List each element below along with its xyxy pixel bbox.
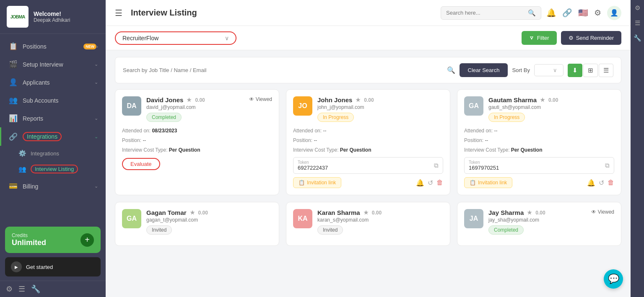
grid-view-button[interactable]: ⊞: [583, 64, 598, 77]
search-row: 🔍 Clear Search Sort By ∨ ⬇ ⊞ ☰: [115, 57, 621, 83]
welcome-label: Welcome!: [34, 10, 70, 17]
settings-icon[interactable]: ⚙: [594, 8, 601, 18]
avatar-initials: JA: [470, 215, 478, 222]
sidebar-item-reports[interactable]: 📊 Reports ⌄: [0, 109, 106, 127]
integrations-highlight: Integrations: [23, 132, 62, 141]
welcome-block: Welcome! Deepak Adhikari: [34, 10, 70, 23]
card-name: David Jones ★ 0.00: [146, 96, 244, 103]
settings-bottom-icon[interactable]: ⚙: [6, 284, 13, 294]
avatar-initials: GA: [127, 215, 137, 222]
invitation-link-button[interactable]: 📋 Invitation link: [464, 177, 512, 188]
sub-accounts-icon: 👥: [9, 96, 18, 105]
card-info: Gagan Tomar ★ 0.00 gagan_t@yopmail.com I…: [146, 209, 272, 235]
recruiter-dropdown[interactable]: RecruiterFlow ∨: [115, 31, 236, 45]
card-email: gagan_t@yopmail.com: [146, 217, 272, 223]
delete-icon[interactable]: 🗑: [608, 179, 614, 187]
action-icons: 🔔 ↺ 🗑: [416, 179, 443, 187]
cost-type-value: Per Question: [511, 147, 543, 153]
sidebar-sub-item-interview-listing[interactable]: 👥 Interview Listing: [0, 161, 106, 177]
chevron-down-icon: ⌄: [94, 116, 98, 121]
search-icon: 🔍: [528, 9, 536, 17]
bell-icon[interactable]: 🔔: [416, 179, 424, 187]
card-actions: 📋 Invitation link 🔔 ↺ 🗑: [293, 177, 443, 188]
avatar[interactable]: 👤: [607, 6, 621, 20]
card-gautam-sharma: GA Gautam Sharma ★ 0.00 gauti_sh@yopmail…: [457, 89, 621, 195]
filter-button[interactable]: ⛛ Filter: [522, 31, 557, 45]
sidebar-item-applicants[interactable]: 👤 Applicants ⌄: [0, 73, 106, 91]
sidebar-item-integrations[interactable]: 🔗 Integrations ⌄: [0, 127, 106, 146]
view-icons: ⬇ ⊞ ☰: [568, 64, 613, 77]
card-karan-sharma: KA Karan Sharma ★ 0.00 karan_s@yopmail.c…: [286, 202, 450, 246]
clear-search-button[interactable]: Clear Search: [460, 63, 508, 77]
chat-bubble[interactable]: 💬: [604, 269, 623, 289]
listing-search-icon[interactable]: 🔍: [447, 66, 455, 74]
list-bottom-icon[interactable]: ☰: [18, 284, 25, 294]
link-icon[interactable]: 🔗: [562, 8, 572, 18]
sort-dropdown[interactable]: ∨: [534, 64, 564, 76]
credits-plus-button[interactable]: +: [80, 233, 94, 247]
position-label: Position:: [464, 137, 483, 143]
card-email: gauti_sh@yopmail.com: [488, 104, 614, 110]
refresh-icon[interactable]: ↺: [599, 179, 604, 187]
listing-search-input[interactable]: [123, 67, 443, 73]
sidebar-sub-item-label: Integrations: [31, 150, 59, 157]
notification-icon[interactable]: 🔔: [546, 8, 556, 18]
search-input[interactable]: [446, 10, 528, 16]
sidebar: JOBMA Welcome! Deepak Adhikari 📋 Positio…: [0, 0, 106, 297]
credits-value: Unlimited: [12, 238, 46, 247]
card-info: John Jones ★ 0.00 john_j@yopmail.com In …: [317, 96, 443, 122]
flag-icon[interactable]: 🇺🇸: [578, 8, 588, 18]
credits-box[interactable]: Credits Unlimited +: [5, 227, 101, 253]
sidebar-item-label: Billing: [23, 183, 94, 190]
position-label: Position:: [293, 137, 312, 143]
send-reminder-button[interactable]: ⚙ Send Reminder: [561, 31, 621, 45]
invitation-link-button[interactable]: 📋 Invitation link: [293, 177, 341, 188]
refresh-icon[interactable]: ↺: [428, 179, 433, 187]
topbar: ☰ Interview Listing 🔍 🔔 🔗 🇺🇸 ⚙ 👤: [106, 0, 631, 26]
card-header: DA David Jones ★ 0.00 david_j@yopmail.co…: [122, 96, 272, 122]
copy-icon[interactable]: ⧉: [434, 162, 439, 169]
sidebar-bottom-icons: ⚙ ☰ 🔧: [0, 281, 106, 297]
sub-header-actions: ⛛ Filter ⚙ Send Reminder: [522, 31, 621, 45]
evaluate-button[interactable]: Evaluate: [122, 158, 160, 170]
chevron-down-icon: ⌄: [94, 134, 98, 139]
attended-value: --: [494, 128, 497, 134]
card-email: jay_sha@yopmail.com: [488, 217, 586, 223]
avatar-initials: GA: [469, 102, 479, 110]
card-name: Gautam Sharma ★ 0.00: [488, 96, 614, 103]
sidebar-item-positions[interactable]: 📋 Positions NEW ›: [0, 37, 106, 55]
download-view-button[interactable]: ⬇: [568, 64, 582, 77]
card-name: Gagan Tomar ★ 0.00: [146, 209, 272, 216]
card-email: karan_s@yopmail.com: [317, 217, 443, 223]
delete-icon[interactable]: 🗑: [436, 179, 443, 187]
avatar: JO: [293, 96, 312, 116]
credits-label: Credits: [12, 232, 46, 238]
status-badge: Completed: [488, 225, 524, 235]
sidebar-item-setup-interview[interactable]: 🎬 Setup Interview ⌄: [0, 55, 106, 73]
list-view-button[interactable]: ☰: [599, 64, 613, 77]
sidebar-item-label: Sub Accounts: [23, 97, 98, 104]
sidebar-sub-item-integrations[interactable]: ⚙️ Integrations: [0, 146, 106, 161]
get-started-button[interactable]: ▶ Get started: [5, 257, 101, 276]
right-settings-icon[interactable]: ⚙: [635, 4, 640, 12]
content-area: 🔍 Clear Search Sort By ∨ ⬇ ⊞ ☰: [106, 50, 631, 297]
play-icon: ▶: [11, 261, 22, 272]
avatar: JA: [464, 209, 483, 228]
sidebar-item-label: Applicants: [23, 79, 94, 86]
search-bar[interactable]: 🔍: [441, 6, 541, 20]
hamburger-icon[interactable]: ☰: [115, 8, 122, 18]
copy-icon[interactable]: ⧉: [605, 162, 610, 169]
sidebar-item-billing[interactable]: 💳 Billing ⌄: [0, 177, 106, 195]
bell-icon[interactable]: 🔔: [587, 179, 595, 187]
chevron-down-icon: ∨: [553, 67, 557, 73]
right-gear-icon[interactable]: 🔧: [634, 34, 641, 42]
action-icons: 🔔 ↺ 🗑: [587, 179, 614, 187]
star-icon: ★: [540, 97, 545, 103]
right-list-icon[interactable]: ☰: [635, 19, 640, 27]
star-icon: ★: [187, 97, 192, 103]
card-gagan-tomar: GA Gagan Tomar ★ 0.00 gagan_t@yopmail.co…: [115, 202, 279, 246]
gear-bottom-icon[interactable]: 🔧: [31, 284, 40, 294]
avatar: GA: [464, 96, 483, 116]
sidebar-item-sub-accounts[interactable]: 👥 Sub Accounts: [0, 91, 106, 109]
card-rating: 0.00: [548, 97, 558, 103]
